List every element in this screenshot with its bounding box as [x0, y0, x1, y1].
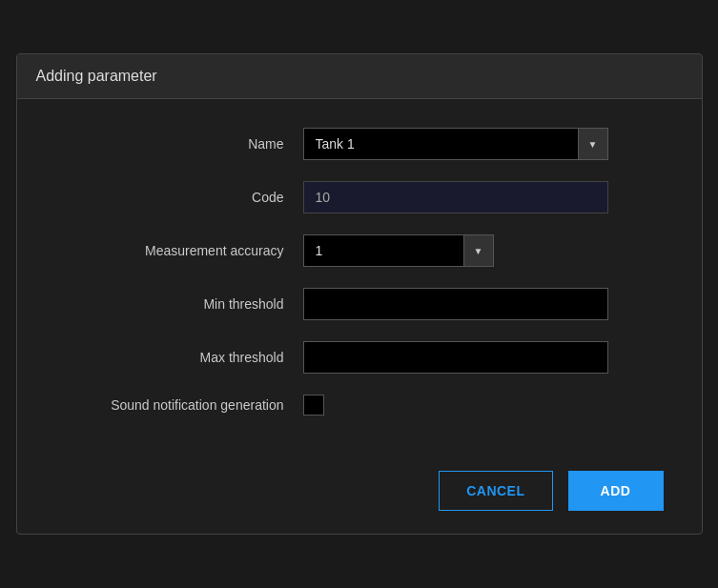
code-row: Code — [55, 181, 664, 213]
code-field-wrapper — [303, 181, 664, 213]
dialog-body: Name Tank 1 Tank 2 Tank 3 ▼ Code — [17, 99, 702, 456]
sound-notification-field-wrapper — [303, 395, 664, 416]
measurement-accuracy-label: Measurement accuracy — [55, 243, 303, 258]
name-dropdown-wrapper: Tank 1 Tank 2 Tank 3 ▼ — [303, 128, 608, 160]
measurement-accuracy-select[interactable]: 1 2 3 — [303, 234, 494, 267]
code-label: Code — [55, 190, 303, 205]
min-threshold-input[interactable] — [303, 288, 608, 320]
min-threshold-row: Min threshold — [55, 288, 664, 320]
measurement-accuracy-row: Measurement accuracy 1 2 3 ▼ — [55, 234, 664, 267]
max-threshold-field-wrapper — [303, 341, 664, 374]
cancel-button[interactable]: CANCEL — [439, 471, 552, 511]
name-row: Name Tank 1 Tank 2 Tank 3 ▼ — [55, 128, 664, 160]
sound-notification-row: Sound notification generation — [55, 395, 664, 416]
name-label: Name — [55, 136, 303, 152]
max-threshold-label: Max threshold — [55, 350, 303, 365]
measurement-accuracy-dropdown-wrapper: 1 2 3 ▼ — [303, 234, 494, 267]
sound-notification-checkbox-wrapper — [303, 395, 664, 416]
min-threshold-field-wrapper — [303, 288, 664, 320]
add-button[interactable]: ADD — [568, 471, 664, 511]
dialog-title-bar: Adding parameter — [17, 54, 702, 99]
min-threshold-label: Min threshold — [55, 296, 303, 312]
max-threshold-row: Max threshold — [55, 341, 664, 374]
dialog-footer: CANCEL ADD — [17, 456, 702, 534]
max-threshold-input[interactable] — [303, 341, 608, 374]
code-input[interactable] — [303, 181, 608, 213]
adding-parameter-dialog: Adding parameter Name Tank 1 Tank 2 Tank… — [16, 53, 703, 535]
name-select[interactable]: Tank 1 Tank 2 Tank 3 — [303, 128, 608, 160]
measurement-accuracy-field-wrapper: 1 2 3 ▼ — [303, 234, 664, 267]
name-field-wrapper: Tank 1 Tank 2 Tank 3 ▼ — [303, 128, 664, 160]
sound-notification-label: Sound notification generation — [55, 397, 303, 413]
dialog-title: Adding parameter — [36, 68, 157, 84]
sound-notification-checkbox[interactable] — [303, 395, 324, 416]
